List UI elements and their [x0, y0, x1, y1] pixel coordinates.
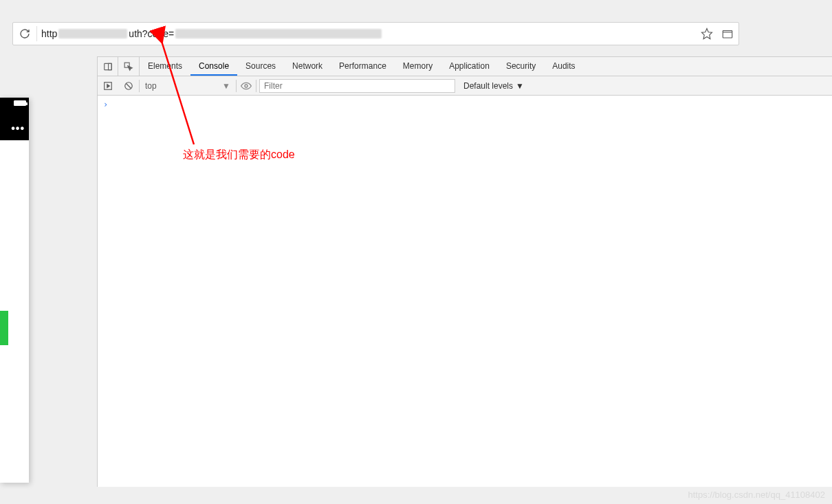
battery-icon: [14, 100, 26, 106]
filter-field[interactable]: [259, 79, 455, 93]
address-bar: http uth?code=: [12, 22, 739, 45]
toggle-sidebar-icon[interactable]: [98, 76, 118, 96]
svg-line-8: [127, 83, 131, 88]
tab-console[interactable]: Console: [190, 57, 237, 76]
tab-elements[interactable]: Elements: [140, 57, 190, 76]
tab-audits[interactable]: Audits: [544, 57, 583, 76]
mobile-preview: •••: [0, 98, 29, 483]
mobile-statusbar: •••: [0, 98, 29, 140]
chevron-down-icon: ▼: [222, 81, 230, 91]
svg-rect-1: [723, 31, 732, 39]
url-prefix: http: [41, 28, 57, 39]
favorite-star-icon[interactable]: [700, 27, 714, 41]
context-selector[interactable]: top ▼: [140, 76, 236, 96]
tab-label: Audits: [552, 61, 575, 71]
tab-label: Performance: [339, 61, 386, 71]
devtools-panel: Elements Console Sources Network Perform…: [97, 56, 832, 487]
console-toolbar: top ▼ Default levels ▼: [98, 76, 832, 96]
console-prompt: ›: [103, 100, 108, 109]
dock-side-icon[interactable]: [98, 57, 118, 76]
url-mid: uth?code=: [129, 28, 174, 39]
tab-application[interactable]: Application: [441, 57, 498, 76]
chevron-down-icon: ▼: [516, 81, 524, 91]
divider: [36, 26, 37, 41]
tab-performance[interactable]: Performance: [331, 57, 395, 76]
tab-label: Network: [292, 61, 322, 71]
log-levels-selector[interactable]: Default levels ▼: [455, 81, 532, 91]
url-redacted-host: [58, 29, 127, 39]
tab-network[interactable]: Network: [284, 57, 331, 76]
tab-label: Sources: [245, 61, 276, 71]
clear-console-icon[interactable]: [118, 76, 139, 96]
tab-label: Console: [199, 61, 229, 71]
tab-label: Security: [506, 61, 536, 71]
svg-point-9: [245, 85, 248, 87]
filter-input[interactable]: [259, 79, 455, 93]
tab-memory[interactable]: Memory: [395, 57, 441, 76]
levels-label: Default levels: [463, 81, 513, 91]
tab-label: Memory: [403, 61, 433, 71]
watermark-text: https://blog.csdn.net/qq_41108402: [688, 490, 826, 500]
tab-label: Elements: [148, 61, 182, 71]
tab-sources[interactable]: Sources: [237, 57, 284, 76]
url-input[interactable]: http uth?code=: [41, 28, 694, 39]
more-dots-icon: •••: [11, 122, 25, 135]
devtools-tabbar: Elements Console Sources Network Perform…: [98, 57, 832, 76]
svg-marker-6: [107, 84, 110, 87]
live-expression-icon[interactable]: [237, 80, 256, 91]
mobile-green-accent: [0, 311, 8, 345]
inspect-element-icon[interactable]: [118, 57, 139, 76]
reload-button[interactable]: [17, 26, 32, 41]
svg-rect-3: [108, 63, 111, 69]
context-label: top: [145, 81, 157, 91]
annotation-text: 这就是我们需要的code: [183, 148, 295, 162]
url-redacted-code: [175, 29, 382, 39]
svg-marker-0: [702, 29, 712, 39]
tab-label: Application: [449, 61, 490, 71]
reading-list-icon[interactable]: [721, 27, 734, 41]
tab-security[interactable]: Security: [498, 57, 544, 76]
